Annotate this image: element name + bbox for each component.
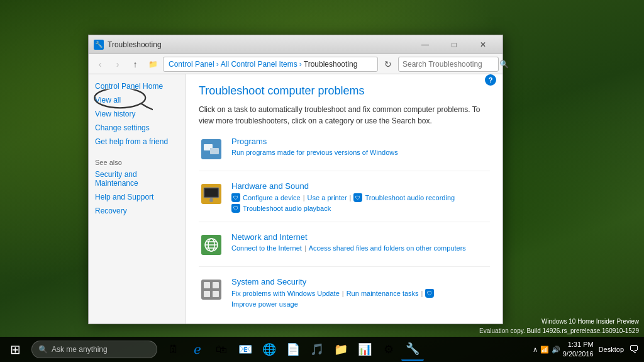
svg-rect-7 <box>205 189 218 196</box>
desktop-show-btn[interactable]: Desktop <box>596 346 626 353</box>
sidebar-view-all[interactable]: View all <box>95 96 179 105</box>
system-link-1[interactable]: Fix problems with Windows Update <box>231 290 340 297</box>
taskbar-clock[interactable]: 1:31 PM 9/20/2016 <box>563 340 594 359</box>
hardware-content: Hardware and Sound 🛡 Configure a device … <box>231 181 490 213</box>
system-content: System and Security Fix problems with Wi… <box>231 277 490 308</box>
shield-icon-4: 🛡 <box>425 289 434 298</box>
category-programs: Programs Run programs made for previous … <box>199 137 490 171</box>
taskbar-app-troubleshoot[interactable]: 🔧 <box>401 338 424 361</box>
taskbar-app-files[interactable]: 📁 <box>330 338 352 361</box>
hardware-link-3[interactable]: Troubleshoot audio recording <box>365 194 455 201</box>
shield-icon-2: 🛡 <box>353 193 362 202</box>
taskbar-app-edge[interactable]: ℯ <box>186 338 209 361</box>
svg-rect-18 <box>213 282 219 288</box>
shield-icon-3: 🛡 <box>231 204 240 213</box>
tray-up-arrow[interactable]: ∧ <box>533 346 538 354</box>
taskbar-app-pdf[interactable]: 📄 <box>282 338 304 361</box>
help-button[interactable]: ? <box>485 74 496 86</box>
hardware-link-4[interactable]: Troubleshoot audio playback <box>243 205 331 212</box>
sidebar: Control Panel Home View all View history… <box>89 74 186 324</box>
tray-volume[interactable]: 🔊 <box>552 346 560 354</box>
programs-icon <box>199 137 224 162</box>
category-network: Network and Internet Connect to the Inte… <box>199 232 490 267</box>
window-icon: 🔧 <box>94 40 104 50</box>
path-control-panel[interactable]: Control Panel <box>169 60 214 69</box>
sidebar-recovery[interactable]: Recovery <box>95 206 179 215</box>
clock-date: 9/20/2016 <box>563 349 594 359</box>
taskbar-app-chrome[interactable]: 🌐 <box>258 338 280 361</box>
search-box[interactable]: 🔍 <box>398 57 499 72</box>
hardware-title[interactable]: Hardware and Sound <box>231 181 490 191</box>
shield-icon-1: 🛡 <box>231 193 240 202</box>
taskbar-search-placeholder: Ask me anything <box>52 345 108 354</box>
refresh-button[interactable]: ↻ <box>380 57 396 72</box>
troubleshooting-window: 🔧 Troubleshooting — □ ✕ ‹ › ↑ 📁 Control … <box>88 35 503 324</box>
address-path[interactable]: Control Panel › All Control Panel Items … <box>163 57 378 72</box>
close-button[interactable]: ✕ <box>469 35 497 54</box>
network-links: Connect to the Internet | Access shared … <box>231 244 490 252</box>
sidebar-security[interactable]: Security and Maintenance <box>95 170 179 188</box>
taskbar-search-icon: 🔍 <box>38 345 48 354</box>
search-input[interactable] <box>402 60 497 69</box>
network-link-2[interactable]: Access shared files and folders on other… <box>309 244 466 252</box>
taskbar-app-media[interactable]: 🎵 <box>306 338 328 361</box>
taskbar-search[interactable]: 🔍 Ask me anything <box>31 341 157 358</box>
back-button[interactable]: ‹ <box>92 57 108 72</box>
sidebar-change-settings[interactable]: Change settings <box>95 123 179 132</box>
system-link-3[interactable]: Improve power usage <box>231 300 298 308</box>
programs-link-1[interactable]: Run programs made for previous versions … <box>231 149 398 156</box>
system-tray: ∧ 📶 🔊 <box>533 346 560 354</box>
programs-title[interactable]: Programs <box>231 137 490 146</box>
category-system: System and Security Fix problems with Wi… <box>199 277 490 317</box>
sidebar-get-help[interactable]: Get help from a friend <box>95 137 179 146</box>
taskbar: ⊞ 🔍 Ask me anything 🗓 ℯ 🛍 📧 🌐 📄 🎵 📁 📊 ⚙ … <box>0 337 644 362</box>
system-link-2[interactable]: Run maintenance tasks <box>347 290 419 297</box>
taskbar-left: ⊞ 🔍 Ask me anything <box>0 337 160 362</box>
network-title[interactable]: Network and Internet <box>231 232 490 242</box>
sidebar-see-also: See also Security and Maintenance Help a… <box>95 159 179 215</box>
hardware-link-2[interactable]: Use a printer <box>308 194 347 201</box>
taskbar-app-excel[interactable]: 📊 <box>353 338 376 361</box>
taskbar-app-taskview[interactable]: 🗓 <box>162 338 185 361</box>
taskbar-right: ∧ 📶 🔊 1:31 PM 9/20/2016 Desktop 🗨 <box>528 340 644 359</box>
tray-network[interactable]: 📶 <box>540 346 549 354</box>
programs-content: Programs Run programs made for previous … <box>231 137 490 156</box>
page-description: Click on a task to automatically trouble… <box>199 104 490 127</box>
search-icon: 🔍 <box>499 60 509 69</box>
taskbar-app-misc[interactable]: ⚙ <box>377 338 400 361</box>
see-also-title: See also <box>95 159 179 166</box>
taskbar-app-store[interactable]: 🛍 <box>210 338 233 361</box>
up-button[interactable]: ↑ <box>128 57 143 72</box>
taskbar-apps: 🗓 ℯ 🛍 📧 🌐 📄 🎵 📁 📊 ⚙ 🔧 <box>160 338 528 361</box>
hardware-links: 🛡 Configure a device | Use a printer | 🛡… <box>231 193 490 202</box>
address-bar: ‹ › ↑ 📁 Control Panel › All Control Pane… <box>89 54 502 74</box>
category-hardware: Hardware and Sound 🛡 Configure a device … <box>199 181 490 222</box>
taskbar-app-mail[interactable]: 📧 <box>234 338 257 361</box>
path-all-items[interactable]: All Control Panel Items <box>221 60 297 69</box>
forward-button[interactable]: › <box>110 57 125 72</box>
window-title: Troubleshooting <box>108 40 411 49</box>
svg-rect-19 <box>204 291 210 297</box>
sidebar-control-panel-home[interactable]: Control Panel Home <box>95 82 179 91</box>
title-bar: 🔧 Troubleshooting — □ ✕ <box>89 35 502 54</box>
svg-rect-4 <box>210 148 219 154</box>
network-content: Network and Internet Connect to the Inte… <box>231 232 490 252</box>
maximize-button[interactable]: □ <box>440 35 469 54</box>
window-controls: — □ ✕ <box>411 35 497 54</box>
page-title: Troubleshoot computer problems <box>199 84 490 98</box>
view-all-container: View all <box>95 96 179 105</box>
system-icon <box>199 277 224 302</box>
sidebar-view-history[interactable]: View history <box>95 110 179 118</box>
notifications-btn[interactable]: 🗨 <box>629 344 639 355</box>
programs-links: Run programs made for previous versions … <box>231 149 490 156</box>
start-button[interactable]: ⊞ <box>3 337 28 362</box>
hardware-link-1[interactable]: Configure a device <box>243 194 301 201</box>
main-content: Troubleshoot computer problems Click on … <box>186 74 502 324</box>
sidebar-help-support[interactable]: Help and Support <box>95 193 179 201</box>
svg-rect-20 <box>213 291 219 297</box>
network-link-1[interactable]: Connect to the Internet <box>231 244 302 252</box>
system-title[interactable]: System and Security <box>231 277 490 286</box>
hardware-icon <box>199 181 224 206</box>
clock-time: 1:31 PM <box>563 340 594 349</box>
minimize-button[interactable]: — <box>411 35 440 54</box>
